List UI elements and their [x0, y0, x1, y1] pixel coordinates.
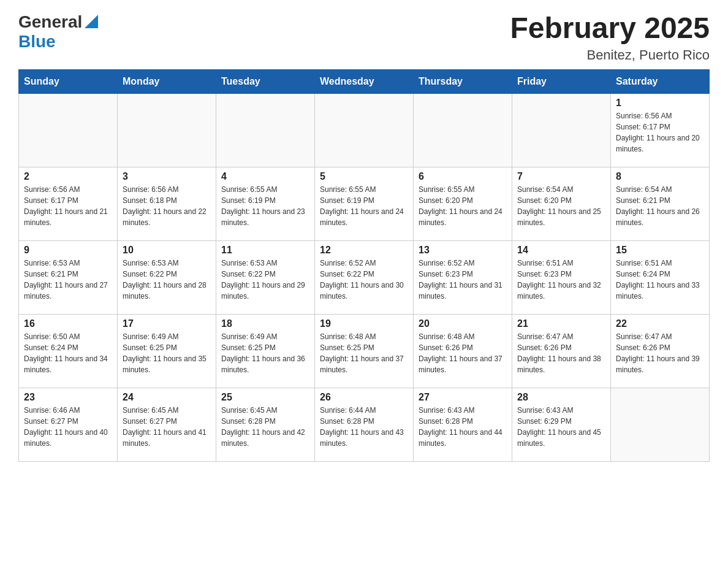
- weekday-header-row: SundayMondayTuesdayWednesdayThursdayFrid…: [19, 69, 710, 93]
- calendar-cell: [414, 93, 512, 167]
- page-header: General Blue February 2025 Benitez, Puer…: [18, 12, 710, 63]
- calendar-cell: 3Sunrise: 6:56 AM Sunset: 6:18 PM Daylig…: [118, 167, 216, 240]
- calendar-cell: 13Sunrise: 6:52 AM Sunset: 6:23 PM Dayli…: [414, 240, 512, 314]
- day-number: 1: [616, 98, 704, 109]
- weekday-header-tuesday: Tuesday: [216, 69, 315, 93]
- day-number: 27: [419, 392, 507, 403]
- day-info: Sunrise: 6:53 AM Sunset: 6:22 PM Dayligh…: [221, 258, 309, 302]
- calendar-cell: 11Sunrise: 6:53 AM Sunset: 6:22 PM Dayli…: [216, 240, 315, 314]
- day-number: 21: [517, 318, 605, 329]
- day-number: 23: [24, 392, 112, 403]
- day-info: Sunrise: 6:49 AM Sunset: 6:25 PM Dayligh…: [221, 331, 309, 375]
- day-info: Sunrise: 6:56 AM Sunset: 6:18 PM Dayligh…: [123, 184, 211, 228]
- calendar-cell: 22Sunrise: 6:47 AM Sunset: 6:26 PM Dayli…: [611, 314, 710, 388]
- calendar-table: SundayMondayTuesdayWednesdayThursdayFrid…: [18, 69, 710, 462]
- calendar-cell: 14Sunrise: 6:51 AM Sunset: 6:23 PM Dayli…: [512, 240, 611, 314]
- day-number: 20: [419, 318, 507, 329]
- day-info: Sunrise: 6:53 AM Sunset: 6:21 PM Dayligh…: [24, 258, 112, 302]
- day-number: 26: [320, 392, 408, 403]
- day-info: Sunrise: 6:43 AM Sunset: 6:29 PM Dayligh…: [517, 405, 605, 449]
- day-info: Sunrise: 6:45 AM Sunset: 6:27 PM Dayligh…: [123, 405, 211, 449]
- day-number: 16: [24, 318, 112, 329]
- day-number: 9: [24, 245, 112, 256]
- day-number: 18: [221, 318, 309, 329]
- day-info: Sunrise: 6:56 AM Sunset: 6:17 PM Dayligh…: [616, 110, 704, 155]
- day-number: 12: [320, 245, 408, 256]
- calendar-cell: 18Sunrise: 6:49 AM Sunset: 6:25 PM Dayli…: [216, 314, 315, 388]
- day-number: 4: [221, 171, 309, 182]
- calendar-cell: 1Sunrise: 6:56 AM Sunset: 6:17 PM Daylig…: [611, 93, 710, 167]
- logo-general-text: General: [18, 12, 82, 32]
- calendar-week-row: 1Sunrise: 6:56 AM Sunset: 6:17 PM Daylig…: [19, 93, 710, 167]
- day-info: Sunrise: 6:55 AM Sunset: 6:19 PM Dayligh…: [221, 184, 309, 228]
- weekday-header-friday: Friday: [512, 69, 611, 93]
- title-section: February 2025 Benitez, Puerto Rico: [510, 12, 710, 63]
- calendar-week-row: 16Sunrise: 6:50 AM Sunset: 6:24 PM Dayli…: [19, 314, 710, 388]
- day-info: Sunrise: 6:48 AM Sunset: 6:26 PM Dayligh…: [419, 331, 507, 375]
- day-info: Sunrise: 6:55 AM Sunset: 6:19 PM Dayligh…: [320, 184, 408, 228]
- day-number: 6: [419, 171, 507, 182]
- day-info: Sunrise: 6:45 AM Sunset: 6:28 PM Dayligh…: [221, 405, 309, 449]
- day-info: Sunrise: 6:52 AM Sunset: 6:23 PM Dayligh…: [419, 258, 507, 302]
- calendar-cell: 2Sunrise: 6:56 AM Sunset: 6:17 PM Daylig…: [19, 167, 118, 240]
- calendar-cell: 16Sunrise: 6:50 AM Sunset: 6:24 PM Dayli…: [19, 314, 118, 388]
- calendar-cell: 15Sunrise: 6:51 AM Sunset: 6:24 PM Dayli…: [611, 240, 710, 314]
- day-number: 3: [123, 171, 211, 182]
- calendar-week-row: 23Sunrise: 6:46 AM Sunset: 6:27 PM Dayli…: [19, 388, 710, 461]
- day-number: 25: [221, 392, 309, 403]
- weekday-header-wednesday: Wednesday: [315, 69, 414, 93]
- logo: General Blue: [18, 12, 98, 52]
- day-number: 22: [616, 318, 704, 329]
- calendar-cell: 27Sunrise: 6:43 AM Sunset: 6:28 PM Dayli…: [414, 388, 512, 461]
- day-number: 13: [419, 245, 507, 256]
- calendar-cell: 6Sunrise: 6:55 AM Sunset: 6:20 PM Daylig…: [414, 167, 512, 240]
- day-info: Sunrise: 6:51 AM Sunset: 6:24 PM Dayligh…: [616, 258, 704, 302]
- day-info: Sunrise: 6:44 AM Sunset: 6:28 PM Dayligh…: [320, 405, 408, 449]
- calendar-cell: [216, 93, 315, 167]
- day-info: Sunrise: 6:47 AM Sunset: 6:26 PM Dayligh…: [616, 331, 704, 375]
- day-number: 14: [517, 245, 605, 256]
- logo-triangle-icon: [85, 15, 98, 31]
- day-info: Sunrise: 6:51 AM Sunset: 6:23 PM Dayligh…: [517, 258, 605, 302]
- day-info: Sunrise: 6:53 AM Sunset: 6:22 PM Dayligh…: [123, 258, 211, 302]
- calendar-cell: 24Sunrise: 6:45 AM Sunset: 6:27 PM Dayli…: [118, 388, 216, 461]
- calendar-week-row: 2Sunrise: 6:56 AM Sunset: 6:17 PM Daylig…: [19, 167, 710, 240]
- calendar-cell: 4Sunrise: 6:55 AM Sunset: 6:19 PM Daylig…: [216, 167, 315, 240]
- calendar-cell: [512, 93, 611, 167]
- day-number: 19: [320, 318, 408, 329]
- day-info: Sunrise: 6:55 AM Sunset: 6:20 PM Dayligh…: [419, 184, 507, 228]
- month-year-title: February 2025: [510, 12, 710, 45]
- day-number: 28: [517, 392, 605, 403]
- calendar-cell: [118, 93, 216, 167]
- day-number: 11: [221, 245, 309, 256]
- day-info: Sunrise: 6:43 AM Sunset: 6:28 PM Dayligh…: [419, 405, 507, 449]
- day-number: 17: [123, 318, 211, 329]
- day-info: Sunrise: 6:54 AM Sunset: 6:20 PM Dayligh…: [517, 184, 605, 228]
- svg-marker-0: [85, 15, 98, 28]
- calendar-cell: [611, 388, 710, 461]
- calendar-week-row: 9Sunrise: 6:53 AM Sunset: 6:21 PM Daylig…: [19, 240, 710, 314]
- calendar-cell: 28Sunrise: 6:43 AM Sunset: 6:29 PM Dayli…: [512, 388, 611, 461]
- calendar-cell: 9Sunrise: 6:53 AM Sunset: 6:21 PM Daylig…: [19, 240, 118, 314]
- day-info: Sunrise: 6:56 AM Sunset: 6:17 PM Dayligh…: [24, 184, 112, 228]
- day-number: 8: [616, 171, 704, 182]
- calendar-cell: [19, 93, 118, 167]
- logo-blue-text: Blue: [18, 32, 56, 51]
- day-info: Sunrise: 6:48 AM Sunset: 6:25 PM Dayligh…: [320, 331, 408, 375]
- location-subtitle: Benitez, Puerto Rico: [510, 47, 710, 63]
- calendar-cell: 17Sunrise: 6:49 AM Sunset: 6:25 PM Dayli…: [118, 314, 216, 388]
- weekday-header-thursday: Thursday: [414, 69, 512, 93]
- day-info: Sunrise: 6:47 AM Sunset: 6:26 PM Dayligh…: [517, 331, 605, 375]
- calendar-cell: 26Sunrise: 6:44 AM Sunset: 6:28 PM Dayli…: [315, 388, 414, 461]
- weekday-header-saturday: Saturday: [611, 69, 710, 93]
- day-info: Sunrise: 6:52 AM Sunset: 6:22 PM Dayligh…: [320, 258, 408, 302]
- day-number: 24: [123, 392, 211, 403]
- day-info: Sunrise: 6:49 AM Sunset: 6:25 PM Dayligh…: [123, 331, 211, 375]
- calendar-cell: 12Sunrise: 6:52 AM Sunset: 6:22 PM Dayli…: [315, 240, 414, 314]
- day-number: 2: [24, 171, 112, 182]
- weekday-header-monday: Monday: [118, 69, 216, 93]
- day-info: Sunrise: 6:46 AM Sunset: 6:27 PM Dayligh…: [24, 405, 112, 449]
- day-number: 15: [616, 245, 704, 256]
- day-info: Sunrise: 6:54 AM Sunset: 6:21 PM Dayligh…: [616, 184, 704, 228]
- calendar-cell: [315, 93, 414, 167]
